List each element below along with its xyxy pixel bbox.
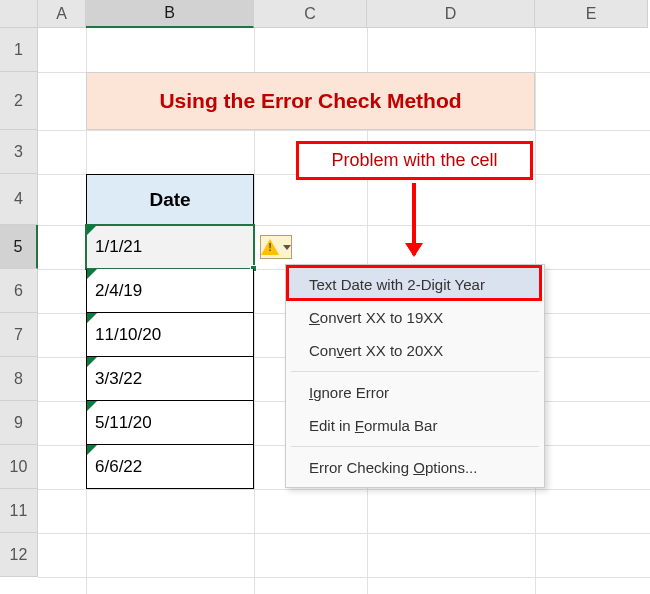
cell-value: 1/1/21	[95, 237, 142, 257]
row-header-3[interactable]: 3	[0, 130, 38, 174]
row-header-1[interactable]: 1	[0, 28, 38, 72]
menu-error-options[interactable]: Error Checking Options...	[289, 451, 541, 484]
menu-separator	[291, 371, 539, 372]
row-header-9[interactable]: 9	[0, 401, 38, 445]
annotation-callout: Problem with the cell	[296, 141, 533, 180]
menu-ignore-error[interactable]: Ignore Error	[289, 376, 541, 409]
cell-b9[interactable]: 5/11/20	[86, 401, 254, 445]
row-header-12[interactable]: 12	[0, 533, 38, 577]
cell-b6[interactable]: 2/4/19	[86, 269, 254, 313]
col-header-e[interactable]: E	[535, 0, 648, 28]
cell-value: 6/6/22	[95, 457, 142, 477]
menu-convert-20xx[interactable]: Convert XX to 20XX	[289, 334, 541, 367]
cell-value: 5/11/20	[95, 413, 152, 433]
cell-b5[interactable]: 1/1/21	[86, 225, 254, 269]
row-header-7[interactable]: 7	[0, 313, 38, 357]
col-header-a[interactable]: A	[38, 0, 86, 28]
menu-separator	[291, 446, 539, 447]
row-header-6[interactable]: 6	[0, 269, 38, 313]
menu-edit-formula-bar[interactable]: Edit in Formula Bar	[289, 409, 541, 442]
annotation-arrow	[412, 183, 416, 255]
row-headers: 1 2 3 4 5 6 7 8 9 10 11 12	[0, 28, 38, 577]
title-cell[interactable]: Using the Error Check Method	[86, 72, 535, 130]
col-header-b[interactable]: B	[86, 0, 254, 28]
menu-header: Text Date with 2-Digit Year	[289, 268, 541, 301]
select-all-corner[interactable]	[0, 0, 38, 28]
cell-value: 3/3/22	[95, 369, 142, 389]
date-column-header[interactable]: Date	[86, 174, 254, 225]
column-headers: A B C D E	[0, 0, 650, 28]
row-header-10[interactable]: 10	[0, 445, 38, 489]
row-header-5[interactable]: 5	[0, 225, 38, 269]
cell-b8[interactable]: 3/3/22	[86, 357, 254, 401]
cell-b10[interactable]: 6/6/22	[86, 445, 254, 489]
menu-convert-19xx[interactable]: Convert XX to 19XX	[289, 301, 541, 334]
cell-grid[interactable]: Using the Error Check Method Date 1/1/21…	[38, 28, 650, 594]
row-header-4[interactable]: 4	[0, 174, 38, 225]
row-header-11[interactable]: 11	[0, 489, 38, 533]
menu-label: onvert XX to 19XX	[320, 309, 443, 326]
warning-icon	[261, 239, 279, 255]
cell-value: 11/10/20	[95, 325, 161, 345]
col-header-d[interactable]: D	[367, 0, 535, 28]
col-header-c[interactable]: C	[254, 0, 367, 28]
error-indicator-button[interactable]	[260, 235, 292, 259]
error-context-menu: Text Date with 2-Digit Year Convert XX t…	[285, 264, 545, 488]
row-header-2[interactable]: 2	[0, 72, 38, 130]
chevron-down-icon	[283, 245, 291, 250]
cell-b7[interactable]: 11/10/20	[86, 313, 254, 357]
row-header-8[interactable]: 8	[0, 357, 38, 401]
cell-value: 2/4/19	[95, 281, 142, 301]
